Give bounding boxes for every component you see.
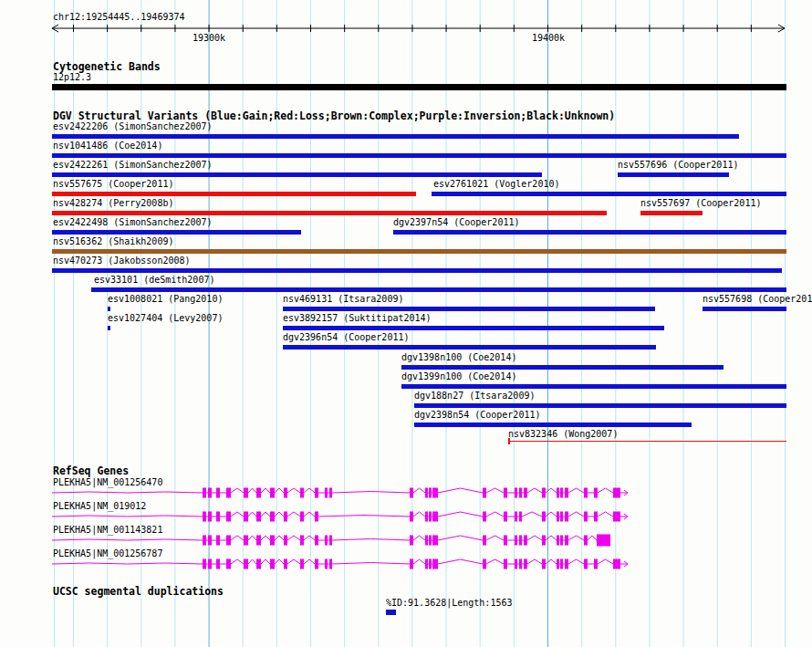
variant-label: nsv516362 (Shaikh2009) xyxy=(53,236,173,246)
gene-exon xyxy=(284,512,287,522)
gene-exon xyxy=(315,512,318,522)
variant-label: esv2761021 (Vogler2010) xyxy=(433,179,559,189)
variant-bar[interactable] xyxy=(414,423,692,427)
gene-exon xyxy=(557,512,559,522)
variant-bar[interactable] xyxy=(283,345,656,350)
segdup-track-title: UCSC segmental duplications xyxy=(53,586,224,597)
variant-label: nsv557696 (Cooper2011) xyxy=(618,160,738,170)
variant-label: dgv2398n54 (Cooper2011) xyxy=(414,410,540,420)
gene-model[interactable] xyxy=(0,553,812,575)
gene-exon xyxy=(300,559,304,569)
variant-bar[interactable] xyxy=(52,230,301,235)
gene-exon xyxy=(244,512,248,522)
gene-exon xyxy=(515,536,517,546)
gene-exon xyxy=(203,488,206,498)
variant-bar[interactable] xyxy=(283,307,655,311)
gene-exon xyxy=(325,536,328,546)
gene-exon xyxy=(483,512,486,522)
gene-exon xyxy=(300,488,304,498)
gene-exon xyxy=(226,536,231,546)
gene-exon xyxy=(216,536,220,546)
gene-exon xyxy=(329,559,332,569)
variant-label: dgv2397n54 (Cooper2011) xyxy=(393,217,519,227)
variant-bar[interactable] xyxy=(52,172,542,177)
gene-exon xyxy=(613,559,620,569)
gene-exon xyxy=(203,536,206,546)
cytoband-name: 12p12.3 xyxy=(53,72,91,82)
gene-exon xyxy=(584,488,588,498)
gene-exon xyxy=(315,488,318,498)
variant-bar[interactable] xyxy=(414,403,786,408)
gene-exon xyxy=(226,488,231,498)
variant-label: nsv557675 (Cooper2011) xyxy=(53,179,173,189)
coordinate-ruler xyxy=(52,25,785,32)
segdup-box[interactable] xyxy=(386,610,396,615)
gene-exon xyxy=(597,535,610,547)
variant-bar[interactable] xyxy=(508,441,786,442)
gene-exon xyxy=(483,559,486,569)
gene-exon xyxy=(519,559,522,569)
variant-label: esv1008021 (Pang2010) xyxy=(108,294,223,304)
gene-exon xyxy=(284,536,287,546)
gene-exon xyxy=(270,559,275,569)
gene-exon xyxy=(542,559,546,569)
gene-exon xyxy=(216,559,220,569)
gene-exon xyxy=(565,536,568,546)
variant-bar[interactable] xyxy=(108,307,110,311)
variant-bar[interactable] xyxy=(640,211,703,215)
variant-bar[interactable] xyxy=(52,268,782,273)
variant-label: dgv2396n54 (Cooper2011) xyxy=(283,332,409,342)
gene-exon xyxy=(557,559,559,569)
gene-exon xyxy=(270,488,275,498)
cytoband-bar[interactable] xyxy=(52,84,786,90)
gene-exon xyxy=(432,536,438,546)
gene-intron-line xyxy=(52,512,628,519)
gene-exon xyxy=(432,559,438,569)
variant-label: nsv557697 (Cooper2011) xyxy=(640,198,761,208)
ruler-tick-label: 19400k xyxy=(531,33,566,43)
gene-exon xyxy=(519,536,522,546)
gene-exon xyxy=(410,512,413,522)
variant-bar[interactable] xyxy=(52,211,607,215)
variant-bar[interactable] xyxy=(52,192,416,196)
variant-bar[interactable] xyxy=(432,192,786,196)
variant-label: nsv557698 (Cooper201 xyxy=(703,294,812,304)
variant-bar[interactable] xyxy=(52,249,786,254)
gene-exon xyxy=(557,536,559,546)
gene-exon xyxy=(584,559,588,569)
gene-exon xyxy=(524,559,527,569)
variant-bar[interactable] xyxy=(401,384,786,389)
variant-bar[interactable] xyxy=(618,172,729,177)
dgv-track-title: DGV Structural Variants (Blue:Gain;Red:L… xyxy=(53,110,615,121)
gene-exon xyxy=(519,488,522,498)
gene-exon xyxy=(432,488,438,498)
variant-bar[interactable] xyxy=(703,307,786,311)
segdup-label: %ID:91.3628|Length:1563 xyxy=(386,598,512,608)
variant-label: nsv428274 (Perry2008b) xyxy=(53,198,173,208)
gene-exon xyxy=(560,488,563,498)
gene-exon xyxy=(300,536,304,546)
variant-label: nsv832346 (Wong2007) xyxy=(508,429,618,439)
variant-label: esv3892157 (Suktitipat2014) xyxy=(283,313,432,323)
gene-exon xyxy=(519,512,522,522)
gene-exon xyxy=(216,512,220,522)
variant-bar[interactable] xyxy=(52,153,786,158)
variant-bar[interactable] xyxy=(108,326,110,330)
gene-exon xyxy=(216,488,220,498)
gene-exon xyxy=(226,559,231,569)
gene-exon xyxy=(432,512,438,522)
variant-bar[interactable] xyxy=(91,287,786,292)
gene-intron-line xyxy=(52,488,628,496)
gene-exon xyxy=(542,488,546,498)
variant-label: esv2422498 (SimonSanchez2007) xyxy=(53,217,213,227)
variant-bar[interactable] xyxy=(52,134,739,139)
variant-bar[interactable] xyxy=(401,365,724,370)
gene-exon xyxy=(594,512,598,522)
variant-bar[interactable] xyxy=(283,326,664,330)
gene-exon xyxy=(524,536,527,546)
gene-exon xyxy=(524,488,527,498)
gene-exon xyxy=(515,559,517,569)
gene-exon xyxy=(425,488,428,498)
variant-bar[interactable] xyxy=(393,230,786,235)
variant-label: esv33101 (deSmith2007) xyxy=(94,275,214,285)
